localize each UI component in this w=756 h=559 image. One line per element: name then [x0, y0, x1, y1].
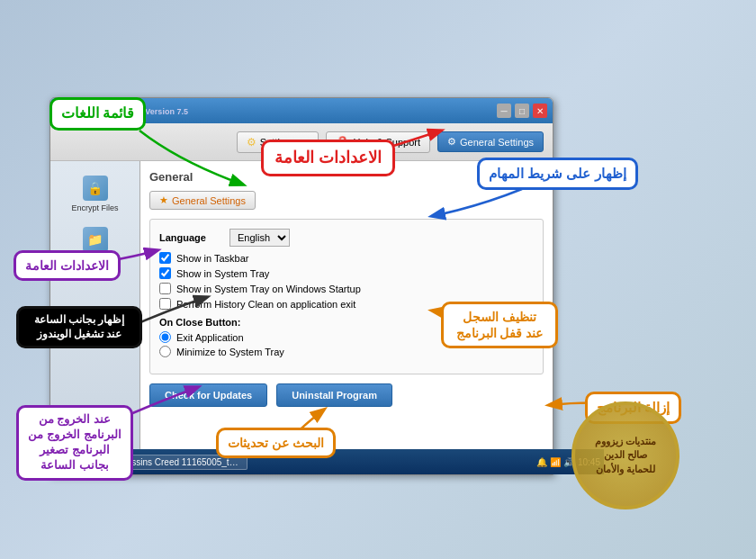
gear-icon: ⚙	[247, 136, 256, 149]
star-icon: ★	[159, 194, 168, 206]
history-clean-checkbox[interactable]	[159, 298, 171, 310]
exit-app-label: Exit Application	[176, 332, 244, 343]
general-settings-toolbar-button[interactable]: ⚙ General Settings	[437, 131, 544, 152]
show-tray-label: Show in System Tray	[176, 268, 269, 279]
settings-form: Language English Show in Taskbar Show in…	[149, 219, 544, 374]
uninstall-button[interactable]: Uninstall Program	[276, 383, 392, 407]
sidebar-lock-label: Encrypt Files	[71, 203, 118, 212]
general-settings-toolbar-label: General Settings	[460, 137, 534, 148]
language-select[interactable]: English	[230, 229, 290, 247]
title-bar-controls: ─ □ ✕	[497, 104, 547, 118]
taskbar-icons: 🔔 📶 🔊	[536, 457, 574, 467]
language-row: Language English	[159, 229, 534, 247]
checkbox-show-taskbar: Show in Taskbar	[159, 252, 534, 264]
annotation-exit-text: عند الخروج من البرنامج الخروج من البرنام…	[28, 412, 121, 472]
startup-tray-checkbox[interactable]	[159, 283, 171, 294]
action-buttons: Check for Updates Uninstall Program	[149, 383, 544, 407]
checkbox-show-tray: Show in System Tray	[159, 267, 534, 279]
annotation-check-updates-text: البحث عن تحديثات	[228, 436, 324, 450]
annotation-language-text: قائمة اللغات	[61, 105, 134, 121]
annotation-history-clean: تنظيف السجل عند قفل البرنامج	[441, 302, 558, 348]
show-taskbar-label: Show in Taskbar	[176, 253, 249, 264]
show-taskbar-checkbox[interactable]	[159, 252, 171, 264]
history-clean-label: Perform History Clean on application exi…	[176, 299, 356, 310]
annotation-general-left-text: الاعدادات العامة	[25, 258, 109, 273]
annotation-startup: إظهار بجانب الساعة عند تشغيل الويندوز	[16, 306, 142, 348]
minimize-tray-radio[interactable]	[159, 346, 171, 357]
stamp-overlay: منتديات زيزوومصالح الدينللحماية والأمان	[572, 401, 680, 509]
minimize-tray-label: Minimize to System Tray	[176, 347, 284, 357]
startup-tray-label: Show in System Tray on Windows Startup	[176, 284, 361, 294]
lock-icon: 🔒	[83, 176, 108, 201]
gear-settings-icon: ⚙	[447, 136, 456, 148]
general-settings-label: General Settings	[172, 195, 246, 206]
general-settings-button[interactable]: ★ General Settings	[149, 191, 256, 210]
annotation-check-updates: البحث عن تحديثات	[216, 428, 336, 458]
annotation-general-settings: الاعدادات العامة	[261, 140, 395, 176]
annotation-general-settings-text: الاعدادات العامة	[274, 149, 382, 167]
annotation-general-left: الاعدادات العامة	[14, 250, 121, 281]
annotation-exit: عند الخروج من البرنامج الخروج من البرنام…	[16, 405, 133, 481]
stamp-text: منتديات زيزوومصالح الدينللحماية والأمان	[595, 435, 656, 476]
annotation-history-text: تنظيف السجل عند قفل البرنامج	[456, 310, 544, 340]
annotation-language: قائمة اللغات	[50, 97, 146, 131]
maximize-button[interactable]: □	[515, 104, 529, 118]
close-button[interactable]: ✕	[533, 104, 547, 118]
sidebar-item-lock[interactable]: 🔒 Encrypt Files	[50, 168, 140, 220]
show-tray-checkbox[interactable]	[159, 267, 171, 279]
folder-icon: 📁	[83, 227, 108, 252]
check-updates-button[interactable]: Check for Updates	[149, 383, 267, 407]
checkbox-startup-tray: Show in System Tray on Windows Startup	[159, 283, 534, 294]
version-label: Version 7.5	[145, 107, 188, 116]
minimize-button[interactable]: ─	[497, 104, 511, 118]
language-label: Language	[159, 232, 222, 243]
taskbar: Assassins Creed 11165005_to... 🔔 📶 🔊 10:…	[100, 449, 604, 474]
exit-app-radio[interactable]	[159, 331, 171, 343]
annotation-taskbar: إظهار على شريط المهام	[477, 158, 638, 190]
annotation-startup-text: إظهار بجانب الساعة عند تشغيل الويندوز	[34, 313, 125, 340]
annotation-taskbar-text: إظهار على شريط المهام	[489, 166, 626, 181]
main-container: 🔑 Folder Lock Version 7.5 ─ □ ✕ ⚙ Settin…	[0, 0, 756, 559]
